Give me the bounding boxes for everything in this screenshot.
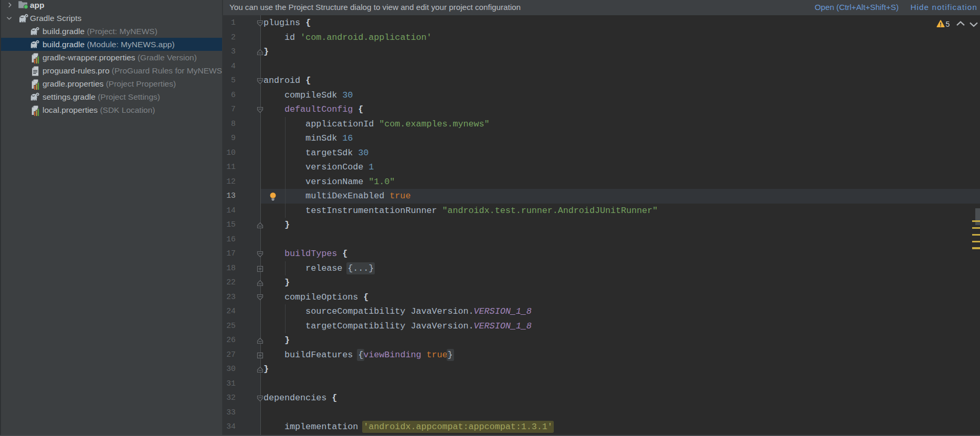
svg-text:5: 5	[946, 20, 950, 28]
